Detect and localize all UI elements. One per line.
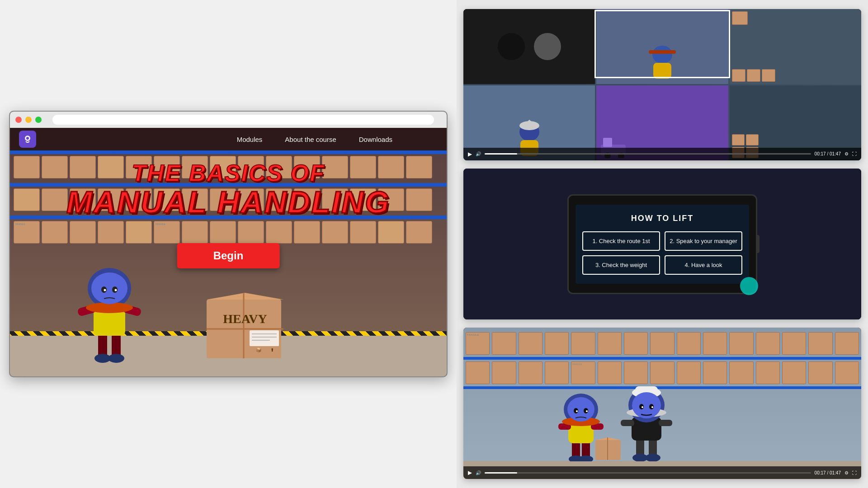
svg-text:⬆: ⬆ xyxy=(270,347,274,352)
maximize-button[interactable] xyxy=(35,117,42,123)
character-left xyxy=(554,389,608,463)
video-card-2: HOW TO LIFT 1. Check the route 1st 2. Sp… xyxy=(463,169,861,320)
video3-background: FRAGILE xyxy=(463,328,861,479)
svg-point-52 xyxy=(576,410,578,412)
browser-titlebar xyxy=(10,112,447,128)
focal-highlight xyxy=(594,10,730,78)
svg-point-53 xyxy=(586,410,588,412)
nav-about[interactable]: About the course xyxy=(285,136,336,143)
character-right xyxy=(617,385,676,463)
svg-point-49 xyxy=(567,397,594,422)
svg-point-42 xyxy=(579,455,593,461)
right-panel: ▶ 🔊 00:17 / 01:47 ⚙ ⛶ HOW TO LIFT 1. Che… xyxy=(457,0,868,488)
svg-rect-36 xyxy=(603,138,612,147)
svg-point-69 xyxy=(642,406,643,408)
svg-rect-22 xyxy=(250,330,279,346)
close-button[interactable] xyxy=(15,117,22,123)
video3-controls: ▶ 🔊 00:17 / 01:47 ⚙ ⛶ xyxy=(463,466,861,479)
course-nav: Modules About the course Downloads xyxy=(10,128,447,150)
volume-icon[interactable]: 🔊 xyxy=(476,151,481,156)
main-area: FRAGILE FRAGILE xyxy=(0,0,457,488)
video3-progress[interactable] xyxy=(485,472,811,474)
svg-point-1 xyxy=(26,137,29,140)
play-icon[interactable]: ▶ xyxy=(468,151,472,157)
browser-window: FRAGILE FRAGILE xyxy=(9,111,448,377)
tablet-corner-accent xyxy=(740,277,758,295)
begin-button[interactable]: Begin xyxy=(177,243,280,268)
nav-logo xyxy=(19,131,36,148)
address-bar[interactable] xyxy=(52,115,434,125)
volume-icon-3[interactable]: 🔊 xyxy=(476,470,481,475)
svg-rect-59 xyxy=(621,420,634,426)
svg-point-5 xyxy=(108,354,124,363)
fullscreen-icon-3[interactable]: ⛶ xyxy=(852,470,857,475)
video2-background: HOW TO LIFT 1. Check the route 1st 2. Sp… xyxy=(463,169,861,320)
lift-option-2[interactable]: 2. Speak to your manager xyxy=(665,231,742,251)
svg-point-12 xyxy=(91,272,127,304)
svg-point-16 xyxy=(115,289,117,291)
svg-text:HEAVY: HEAVY xyxy=(223,312,267,326)
how-to-lift-title: HOW TO LIFT xyxy=(582,214,742,223)
lift-option-1[interactable]: 1. Check the route 1st xyxy=(582,231,660,251)
tablet-device: HOW TO LIFT 1. Check the route 1st 2. Sp… xyxy=(567,194,757,294)
video1-progress[interactable] xyxy=(485,153,811,155)
nav-downloads[interactable]: Downloads xyxy=(359,136,392,143)
video1-controls: ▶ 🔊 00:17 / 01:47 ⚙ ⛶ xyxy=(463,148,861,160)
course-title: THE BASICS OF MANUAL HANDLING xyxy=(10,160,447,220)
lift-option-4[interactable]: 4. Have a look xyxy=(665,255,742,275)
settings-icon[interactable]: ⚙ xyxy=(844,151,849,156)
heavy-box: HEAVY 📦 ⬆ xyxy=(204,291,286,363)
video-card-3: FRAGILE xyxy=(463,328,861,479)
character-figure xyxy=(64,241,155,367)
lift-option-3[interactable]: 3. Check the weight xyxy=(582,255,660,275)
settings-icon-3[interactable]: ⚙ xyxy=(844,470,849,475)
svg-marker-18 xyxy=(207,293,283,300)
svg-point-15 xyxy=(104,289,106,291)
video1-background xyxy=(463,9,861,160)
minimize-button[interactable] xyxy=(25,117,32,123)
play-icon-3[interactable]: ▶ xyxy=(468,469,472,476)
video1-time: 00:17 / 01:47 xyxy=(815,151,841,156)
nav-modules[interactable]: Modules xyxy=(237,136,263,143)
tablet-side-button[interactable] xyxy=(756,235,760,253)
lift-grid: 1. Check the route 1st 2. Speak to your … xyxy=(582,231,742,275)
nav-links: Modules About the course Downloads xyxy=(237,136,392,143)
svg-point-66 xyxy=(632,392,661,418)
svg-rect-60 xyxy=(659,420,672,426)
course-content: FRAGILE FRAGILE xyxy=(10,128,447,376)
video3-time: 00:17 / 01:47 xyxy=(815,470,841,475)
video-card-1: ▶ 🔊 00:17 / 01:47 ⚙ ⛶ xyxy=(463,9,861,160)
svg-point-70 xyxy=(651,406,653,408)
svg-point-57 xyxy=(645,454,660,461)
tablet-screen: HOW TO LIFT 1. Check the route 1st 2. Sp… xyxy=(576,205,749,284)
svg-text:📦: 📦 xyxy=(256,347,262,353)
title-line1: THE BASICS OF xyxy=(10,160,447,187)
title-line2: MANUAL HANDLING xyxy=(10,184,447,220)
fullscreen-icon[interactable]: ⛶ xyxy=(852,151,857,156)
